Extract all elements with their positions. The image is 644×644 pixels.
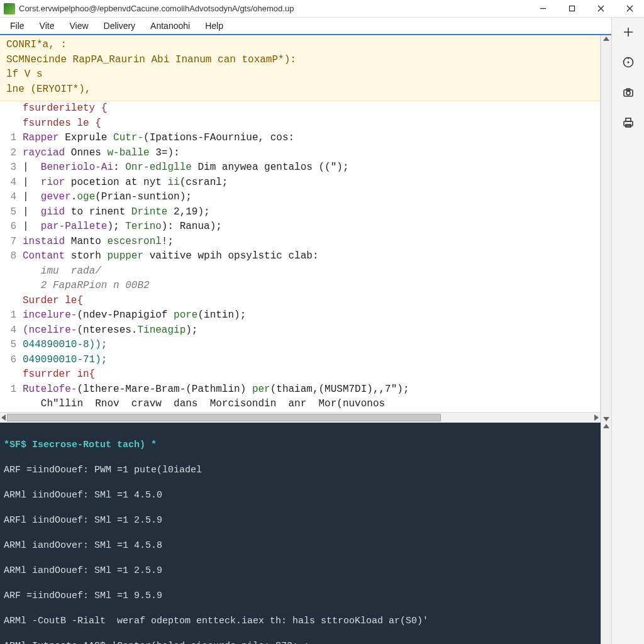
scroll-thumb[interactable]	[7, 414, 441, 421]
scroll-right-icon[interactable]	[594, 414, 599, 421]
terminal-line: ARF =iindOouef: PWM =1 pute(l0iadel	[4, 464, 594, 477]
menu-help[interactable]: Help	[197, 19, 231, 33]
maximize-button[interactable]	[557, 0, 586, 18]
svg-rect-6	[624, 121, 633, 126]
close-button[interactable]	[586, 0, 615, 18]
editor-horizontal-scrollbar[interactable]	[0, 412, 600, 423]
code-editor[interactable]: CONRI*a, : SCMNecinde RapPA_Raurin Abi I…	[0, 35, 601, 423]
right-sidebar	[611, 18, 644, 644]
main-column: CONRI*a, : SCMNecinde RapPA_Raurin Abi I…	[0, 35, 611, 644]
svg-rect-0	[569, 6, 574, 11]
compass-icon[interactable]	[618, 52, 639, 73]
terminal-line: ARMl iandOouef: SMl =1 2.5.9	[4, 565, 594, 577]
code-body[interactable]: fsurderilety { fsurndes le { 1Rapper Exp…	[0, 101, 600, 412]
plus-icon[interactable]	[618, 21, 639, 43]
terminal-header: *SF$ Isecrose-Rotut tach) *	[4, 439, 594, 452]
secondary-close-button[interactable]	[615, 0, 644, 18]
printer-icon[interactable]	[618, 112, 639, 133]
scroll-up-icon[interactable]	[603, 36, 609, 41]
terminal-line: ARFl iindOouef: SMl =1 2.5.9	[4, 514, 594, 527]
terminal-line: ARF =iindOouef: SMl =1 9.5.9	[4, 590, 594, 602]
window-title: Corst.ervwipelphoo@/epbenvdCacune.comoli…	[19, 4, 528, 13]
menu-file[interactable]: File	[3, 19, 32, 33]
scroll-down-icon[interactable]	[603, 417, 609, 421]
terminal-vertical-scrollbar[interactable]	[601, 423, 611, 645]
terminal-line: ARMl iandOover: SMl =1 4.5.8	[4, 540, 594, 552]
menu-delivery[interactable]: Delivery	[96, 19, 143, 33]
svg-point-2	[627, 62, 629, 64]
menu-vite[interactable]: Vite	[32, 19, 62, 33]
menu-bar: File Vite View Delivery Antanoohi Help	[0, 18, 611, 35]
terminal-line: ARMl iindOouef: SMl =1 4.5.0	[4, 489, 594, 502]
terminal-area: *SF$ Isecrose-Rotut tach) * ARF =iindOou…	[0, 423, 611, 645]
menu-antanoohi[interactable]: Antanoohi	[143, 19, 197, 33]
app-icon	[4, 3, 15, 14]
window-controls	[528, 0, 644, 18]
editor-area: CONRI*a, : SCMNecinde RapPA_Raurin Abi I…	[0, 35, 611, 423]
editor-banner: CONRI*a, : SCMNecinde RapPA_Raurin Abi I…	[0, 35, 600, 101]
title-bar: Corst.ervwipelphoo@/epbenvdCacune.comoli…	[0, 0, 644, 18]
scroll-up-icon[interactable]	[603, 424, 609, 428]
terminal-line: ARMl -CoutB -Rialt weraf odeptom entteck…	[4, 615, 594, 628]
svg-point-4	[626, 91, 630, 95]
minimize-button[interactable]	[528, 0, 557, 18]
svg-rect-7	[626, 118, 631, 121]
editor-vertical-scrollbar[interactable]	[601, 35, 611, 423]
terminal[interactable]: *SF$ Isecrose-Rotut tach) * ARF =iindOou…	[0, 423, 601, 645]
terminal-line: ARMl Ixtposto AAS$ 'Contor(balod eiceurd…	[4, 640, 594, 645]
scroll-left-icon[interactable]	[1, 414, 6, 421]
camera-icon[interactable]	[618, 82, 639, 103]
menu-view[interactable]: View	[62, 19, 96, 33]
